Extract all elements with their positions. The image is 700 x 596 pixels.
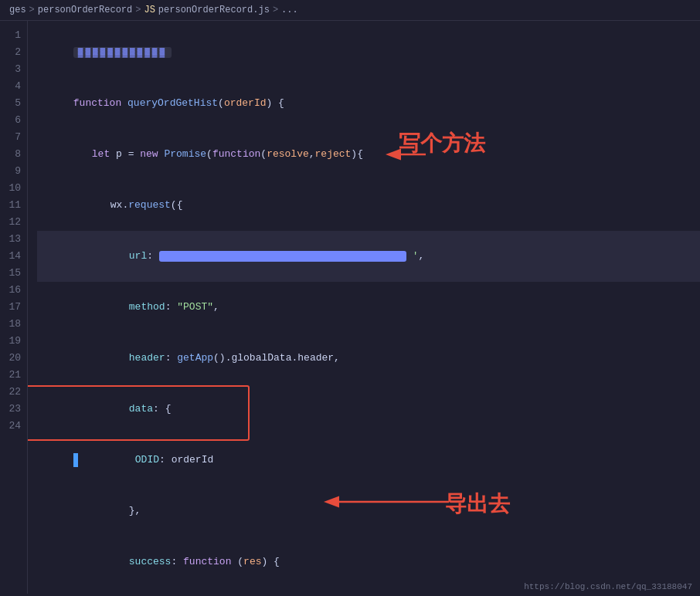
code-line-9: ODID: orderId — [37, 435, 700, 486]
code-line-3: let p = new Promise(function(resolve,rej… — [37, 129, 700, 180]
breadcrumb-sep: > — [29, 5, 35, 15]
code-line-5: url: ', — [37, 231, 700, 282]
code-line-7: header: getApp().globalData.header, — [37, 333, 700, 384]
code-line-11: success: function (res) { — [37, 537, 700, 588]
code-line-2: function queryOrdGetHist(orderId) { — [37, 78, 700, 129]
breadcrumb-filetype: JS — [144, 5, 155, 15]
code-line-4: wx.request({ — [37, 180, 700, 231]
arrow-export — [321, 486, 453, 520]
breadcrumb: ges > personOrderRecord > JS personOrder… — [0, 0, 700, 21]
breadcrumb-part: ges — [9, 5, 26, 15]
code-area: 1 2 3 4 5 6 7 8 9 10 11 12 13 14 15 16 1… — [0, 21, 700, 594]
watermark: https://blog.csdn.net/qq_33188047 — [524, 582, 692, 591]
code-line-1: ▓▓▓▓▓▓▓▓▓▓▓▓ — [37, 27, 700, 78]
breadcrumb-part: ... — [281, 5, 298, 15]
export-highlight-box — [28, 385, 250, 441]
breadcrumb-sep: > — [135, 5, 141, 15]
annotation-export: 导出去 — [445, 489, 510, 519]
code-content: ▓▓▓▓▓▓▓▓▓▓▓▓ function queryOrdGetHist(or… — [28, 21, 700, 594]
arrow-method — [383, 143, 430, 169]
line-numbers: 1 2 3 4 5 6 7 8 9 10 11 12 13 14 15 16 1… — [0, 21, 28, 594]
breadcrumb-part: personOrderRecord — [38, 5, 132, 15]
breadcrumb-sep: > — [273, 5, 278, 15]
breadcrumb-part: personOrderRecord.js — [158, 5, 270, 15]
code-line-6: method: "POST", — [37, 282, 700, 333]
